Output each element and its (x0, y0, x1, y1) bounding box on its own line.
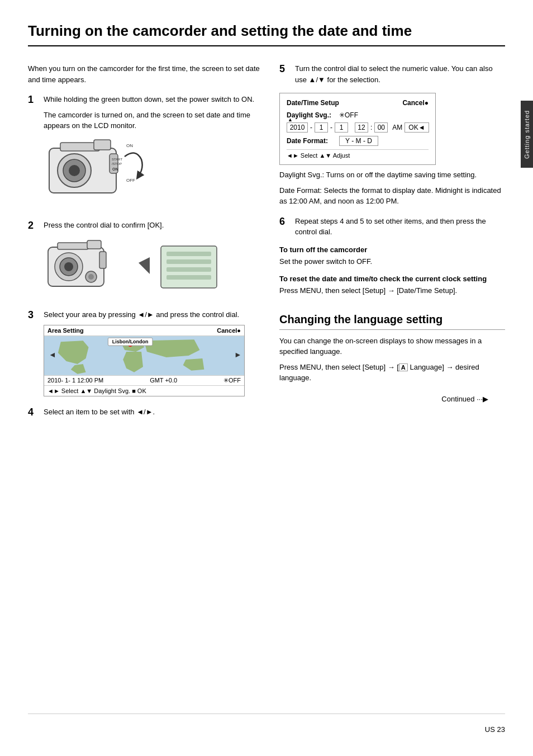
world-map-svg: Lisbon/London ◄ ► (44, 336, 244, 375)
area-datetime: 2010- 1- 1 12:00 PM (47, 377, 103, 384)
area-symbol: ✳OFF (223, 377, 241, 384)
area-box-title: Area Setting (47, 327, 84, 334)
step-3-num: 3 (28, 309, 40, 322)
area-box-header: Area Setting Cancel● (44, 325, 244, 336)
step-5-header: 5 Turn the control dial to select the nu… (279, 63, 505, 85)
svg-text:Lisbon/London: Lisbon/London (112, 339, 149, 344)
svg-text:ON: ON (126, 143, 133, 148)
language-text2: Press MENU, then select [Setup] → [A Lan… (279, 362, 505, 384)
intro-text: When you turn on the camcorder for the f… (28, 63, 263, 85)
colon: : (370, 124, 372, 131)
area-box-footer: ◄► Select ▲▼ Daylight Svg. ■ OK (44, 385, 244, 396)
date-format-desc: Date Format: Selects the format to displ… (279, 185, 505, 207)
svg-text:/STOP: /STOP (112, 162, 122, 166)
left-column: When you turn on the camcorder for the f… (28, 63, 263, 714)
camera-illustration-2 (44, 235, 263, 299)
step-1-text: While holding the green button down, set… (44, 94, 254, 105)
datetime-box-cancel: Cancel● (402, 99, 429, 107)
main-content: Turning on the camcorder and setting the… (28, 22, 505, 734)
svg-rect-24 (166, 259, 211, 264)
datetime-box-footer: ◄► Select ▲▼ Adjust (287, 149, 429, 159)
svg-point-3 (69, 165, 80, 176)
svg-rect-25 (166, 267, 211, 272)
hour-field: 12 (355, 122, 368, 133)
svg-text:◄: ◄ (49, 350, 56, 359)
turn-off-text: Set the power switch to OFF. (279, 256, 505, 267)
step-1: 1 While holding the green button down, s… (28, 94, 263, 210)
ok-button[interactable]: OK◄ (404, 122, 429, 133)
svg-marker-21 (139, 257, 150, 274)
step-6-num: 6 (279, 216, 292, 228)
step-4: 4 Select an item to be set with ◄/►. (28, 407, 263, 419)
svg-text:ON: ON (112, 167, 118, 171)
svg-rect-23 (166, 252, 211, 256)
page-title: Turning on the camcorder and setting the… (28, 22, 505, 46)
datetime-box-title: Date/Time Setup (287, 99, 339, 107)
step-2-num: 2 (28, 220, 40, 232)
reset-date-title: To reset the date and time/to check the … (279, 275, 505, 283)
step-4-header: 4 Select an item to be set with ◄/►. (28, 407, 263, 419)
step-5-text: Turn the control dial to select the nume… (295, 63, 505, 85)
svg-text:START: START (112, 158, 122, 161)
svg-text:OFF: OFF (126, 178, 135, 183)
turn-off-title: To turn off the camcorder (279, 245, 505, 254)
sep2: - (330, 124, 332, 131)
language-text1: You can change the on-screen displays to… (279, 336, 505, 357)
svg-rect-26 (166, 275, 211, 280)
step-6: 6 Repeat steps 4 and 5 to set other item… (279, 216, 505, 238)
svg-point-15 (64, 262, 73, 271)
step-4-text: Select an item to be set with ◄/►. (44, 407, 155, 418)
step-1-num: 1 (28, 94, 40, 106)
minute-field: 00 (374, 122, 388, 133)
step-3-header: 3 Select your area by pressing ◄/► and p… (28, 309, 263, 322)
ampm: AM (392, 124, 402, 131)
step-1-header: 1 While holding the green button down, s… (28, 94, 263, 106)
step-3-text: Select your area by pressing ◄/► and pre… (44, 309, 239, 320)
date-format-value: Y - M - D (339, 136, 378, 146)
step-2-header: 2 Press the control dial to confirm [OK]… (28, 220, 263, 232)
step-4-num: 4 (28, 407, 40, 419)
date-time-row: ▲ 2010 - 1 - 1 12 : 00 AM OK◄ (287, 122, 429, 133)
step-3: 3 Select your area by pressing ◄/► and p… (28, 309, 263, 396)
reset-date-text: Press MENU, then select [Setup] → [Date/… (279, 285, 505, 296)
date-format-row: Date Format: Y - M - D (287, 136, 429, 146)
daylight-value: ✳OFF (339, 111, 358, 119)
sidebar-label: Getting started (524, 110, 530, 158)
area-box-time: 2010- 1- 1 12:00 PM GMT +0.0 ✳OFF (44, 375, 244, 385)
area-footer-text: ◄► Select ▲▼ Daylight Svg. ■ OK (47, 388, 146, 394)
page-footer: US 23 (28, 714, 505, 734)
right-column: 5 Turn the control dial to select the nu… (279, 63, 505, 714)
step-1-sub: The camcorder is turned on, and the scre… (44, 110, 263, 131)
step-2: 2 Press the control dial to confirm [OK]… (28, 220, 263, 300)
step-6-header: 6 Repeat steps 4 and 5 to set other item… (279, 216, 505, 238)
step-5-num: 5 (279, 63, 292, 75)
lcd-svg (158, 235, 220, 299)
continued-label: Continued ···▶ (441, 395, 488, 403)
day-field: 1 (335, 122, 348, 133)
area-setting-box: Area Setting Cancel● (44, 325, 245, 396)
camera-svg-2a (44, 235, 130, 299)
svg-rect-18 (99, 252, 106, 268)
svg-rect-5 (94, 140, 111, 150)
svg-rect-17 (87, 240, 101, 249)
arrow-svg (136, 235, 153, 299)
area-box-cancel: Cancel● (217, 327, 241, 334)
step-6-text: Repeat steps 4 and 5 to set other items,… (295, 216, 505, 238)
datetime-box-header: Date/Time Setup Cancel● (287, 99, 429, 107)
language-section: Changing the language setting You can ch… (279, 313, 505, 384)
month-field: 1 (315, 122, 328, 133)
date-format-label: Date Format: (287, 137, 337, 145)
step-5: 5 Turn the control dial to select the nu… (279, 63, 505, 85)
svg-point-20 (88, 274, 94, 280)
area-gmt: GMT +0.0 (150, 377, 177, 384)
page-number: US 23 (485, 725, 505, 734)
page-container: Getting started Turning on the camcorder… (0, 0, 533, 756)
year-field: 2010 (287, 122, 308, 133)
sidebar-tab: Getting started (521, 101, 533, 168)
sep1: - (310, 124, 312, 131)
datetime-setup-box: Date/Time Setup Cancel● Daylight Svg.: ✳… (279, 93, 436, 165)
continued-text: Continued ···▶ (279, 395, 505, 403)
daylight-desc: Daylight Svg.: Turns on or off the dayti… (279, 169, 505, 181)
two-column-layout: When you turn on the camcorder for the f… (28, 63, 505, 714)
daylight-row: Daylight Svg.: ✳OFF (287, 111, 429, 119)
